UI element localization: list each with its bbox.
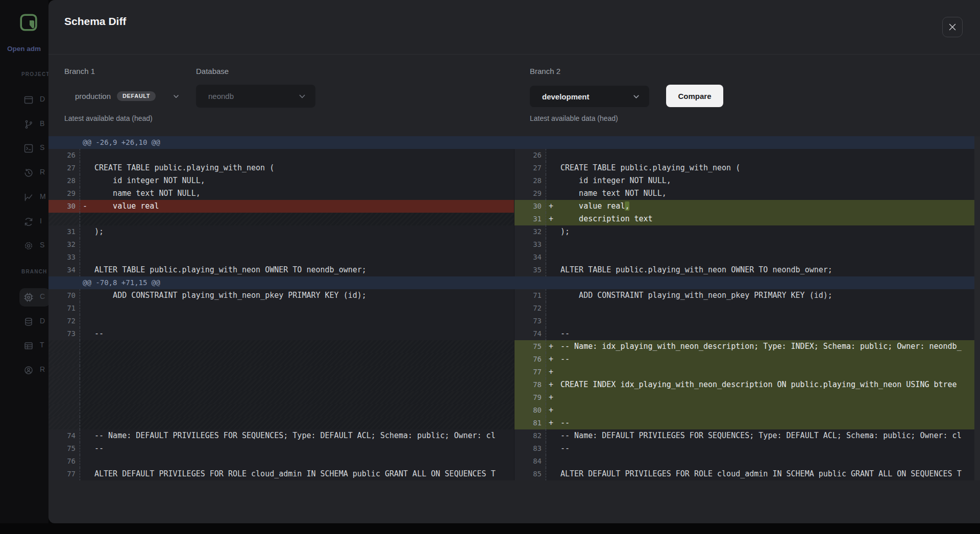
diff-cell-right: 73 bbox=[514, 315, 980, 327]
diff-cell-right: 81+-- bbox=[514, 417, 980, 429]
default-badge: DEFAULT bbox=[117, 91, 156, 101]
diff-row: 30- value real30+ value real, bbox=[48, 200, 980, 213]
diff-cell-left: 73-- bbox=[48, 327, 514, 340]
restore-icon bbox=[23, 168, 34, 178]
branches-icon bbox=[23, 119, 34, 130]
diff-row: 31+ description text bbox=[48, 213, 980, 225]
page-title: Schema Diff bbox=[64, 15, 126, 28]
diff-row: 3233 bbox=[48, 238, 980, 251]
branch2-label: Branch 2 bbox=[530, 67, 560, 75]
diff-row: 81+-- bbox=[48, 417, 980, 429]
diff-cell-right: 82-- Name: DEFAULT PRIVILEGES FOR SEQUEN… bbox=[514, 429, 980, 442]
diff-row: 77+ bbox=[48, 366, 980, 378]
monitoring-icon bbox=[23, 192, 34, 202]
diff-row: 77ALTER DEFAULT PRIVILEGES FOR ROLE clou… bbox=[48, 468, 980, 480]
sidebar-item-integrations[interactable]: I bbox=[0, 212, 48, 232]
neon-logo-icon[interactable] bbox=[20, 14, 37, 31]
diff-cell-right: 78+CREATE INDEX idx_playing_with_neon_de… bbox=[514, 378, 980, 391]
open-admin-link[interactable]: Open adm bbox=[7, 45, 48, 53]
sidebar-item-restore[interactable]: R bbox=[0, 163, 48, 183]
diff-cell-right: 27CREATE TABLE public.playing_with_neon … bbox=[514, 162, 980, 174]
diff-row: 7684 bbox=[48, 455, 980, 468]
diff-cell-left: 31); bbox=[48, 225, 514, 238]
branch2-select[interactable]: development bbox=[530, 86, 649, 107]
diff-cell-left: 74-- Name: DEFAULT PRIVILEGES FOR SEQUEN… bbox=[48, 429, 514, 442]
diff-row: 80+ bbox=[48, 404, 980, 417]
diff-cell-right: 34 bbox=[514, 251, 980, 264]
diff-cell-right: 33 bbox=[514, 238, 980, 251]
diff-cell-right: 85ALTER DEFAULT PRIVILEGES FOR ROLE clou… bbox=[514, 468, 980, 480]
diff-row: 78+CREATE INDEX idx_playing_with_neon_de… bbox=[48, 378, 980, 391]
diff-cell-left bbox=[48, 366, 514, 378]
diff-row: 28 id integer NOT NULL,28 id integer NOT… bbox=[48, 174, 980, 187]
diff-cell-left: 77ALTER DEFAULT PRIVILEGES FOR ROLE clou… bbox=[48, 468, 514, 480]
tables-icon bbox=[23, 341, 34, 351]
sidebar-item-dashboard[interactable]: D bbox=[0, 90, 48, 110]
diff-cell-right: 28 id integer NOT NULL, bbox=[514, 174, 980, 187]
diff-row: 2626 bbox=[48, 149, 980, 162]
diff-cell-left bbox=[48, 378, 514, 391]
diff-cell-left: 76 bbox=[48, 455, 514, 468]
diff-row: 75--83-- bbox=[48, 442, 980, 455]
diff-cell-left: 26 bbox=[48, 149, 514, 162]
roles-icon bbox=[23, 365, 34, 375]
branch2-value: development bbox=[542, 92, 590, 101]
diff-cell-left: 27CREATE TABLE public.playing_with_neon … bbox=[48, 162, 514, 174]
sidebar-item-computes[interactable]: C bbox=[0, 287, 48, 308]
diff-row: 75+-- Name: idx_playing_with_neon_descri… bbox=[48, 340, 980, 353]
close-button[interactable] bbox=[942, 17, 963, 37]
computes-icon bbox=[23, 292, 34, 302]
diff-scrollbar[interactable] bbox=[974, 136, 980, 480]
diff-cell-left bbox=[48, 417, 514, 429]
diff-row: 73--74-- bbox=[48, 327, 980, 340]
diff-cell-left: 71 bbox=[48, 302, 514, 315]
diff-cell-right: 32); bbox=[514, 225, 980, 238]
sidebar-item-monitoring[interactable]: M bbox=[0, 187, 48, 208]
sidebar-item-databases[interactable]: D bbox=[0, 312, 48, 332]
diff-cell-right: 75+-- Name: idx_playing_with_neon_descri… bbox=[514, 340, 980, 353]
schema-diff-view: @@ -26,9 +26,10 @@262627CREATE TABLE pub… bbox=[48, 136, 980, 480]
sidebar-item-sql-editor[interactable]: S bbox=[0, 138, 48, 159]
diff-cell-left bbox=[48, 404, 514, 417]
diff-cell-right: 77+ bbox=[514, 366, 980, 378]
diff-row: 31);32); bbox=[48, 225, 980, 238]
diff-hunk-header: @@ -26,9 +26,10 @@ bbox=[48, 136, 980, 149]
diff-cell-left: 70 ADD CONSTRAINT playing_with_neon_pkey… bbox=[48, 289, 514, 302]
diff-cell-right: 72 bbox=[514, 302, 980, 315]
sidebar-item-branches[interactable]: B bbox=[0, 114, 48, 135]
sidebar-heading-branch: BRANCH bbox=[21, 269, 48, 274]
schema-diff-modal: Schema Diff Branch 1 Database Branch 2 p… bbox=[48, 0, 980, 523]
branch1-data-hint: Latest available data (head) bbox=[64, 114, 153, 122]
diff-cell-left: 75-- bbox=[48, 442, 514, 455]
header-divider bbox=[48, 54, 980, 55]
chevron-down-icon bbox=[173, 93, 180, 100]
diff-row: 3334 bbox=[48, 251, 980, 264]
diff-cell-right: 71 ADD CONSTRAINT playing_with_neon_pkey… bbox=[514, 289, 980, 302]
database-label: Database bbox=[196, 67, 229, 75]
diff-cell-right: 30+ value real, bbox=[514, 200, 980, 213]
sidebar-item-roles[interactable]: R bbox=[0, 360, 48, 380]
chevron-down-icon bbox=[298, 92, 306, 100]
diff-cell-left: 29 name text NOT NULL, bbox=[48, 187, 514, 200]
diff-cell-left bbox=[48, 353, 514, 366]
diff-row: 76+-- bbox=[48, 353, 980, 366]
diff-cell-left: 34ALTER TABLE public.playing_with_neon O… bbox=[48, 264, 514, 276]
database-select[interactable]: neondb bbox=[196, 85, 315, 108]
diff-cell-right: 74-- bbox=[514, 327, 980, 340]
sidebar-item-settings[interactable]: S bbox=[0, 236, 48, 256]
branch1-label: Branch 1 bbox=[64, 67, 95, 75]
sidebar-item-tables[interactable]: T bbox=[0, 336, 48, 356]
diff-hunk-header: @@ -70,8 +71,15 @@ bbox=[48, 276, 980, 289]
branch1-select[interactable]: production DEFAULT bbox=[64, 85, 187, 108]
diff-cell-left bbox=[48, 391, 514, 404]
sidebar: Open adm PROJECTDBSRMISBRANCHCDTR bbox=[0, 0, 48, 523]
compare-button[interactable]: Compare bbox=[666, 85, 723, 107]
close-icon bbox=[948, 23, 957, 31]
diff-cell-left: 28 id integer NOT NULL, bbox=[48, 174, 514, 187]
sql-editor-icon bbox=[23, 143, 34, 154]
diff-row: 79+ bbox=[48, 391, 980, 404]
diff-cell-right: 29 name text NOT NULL, bbox=[514, 187, 980, 200]
diff-cell-left: 30- value real bbox=[48, 200, 514, 213]
diff-row: 70 ADD CONSTRAINT playing_with_neon_pkey… bbox=[48, 289, 980, 302]
diff-cell-right: 35ALTER TABLE public.playing_with_neon O… bbox=[514, 264, 980, 276]
